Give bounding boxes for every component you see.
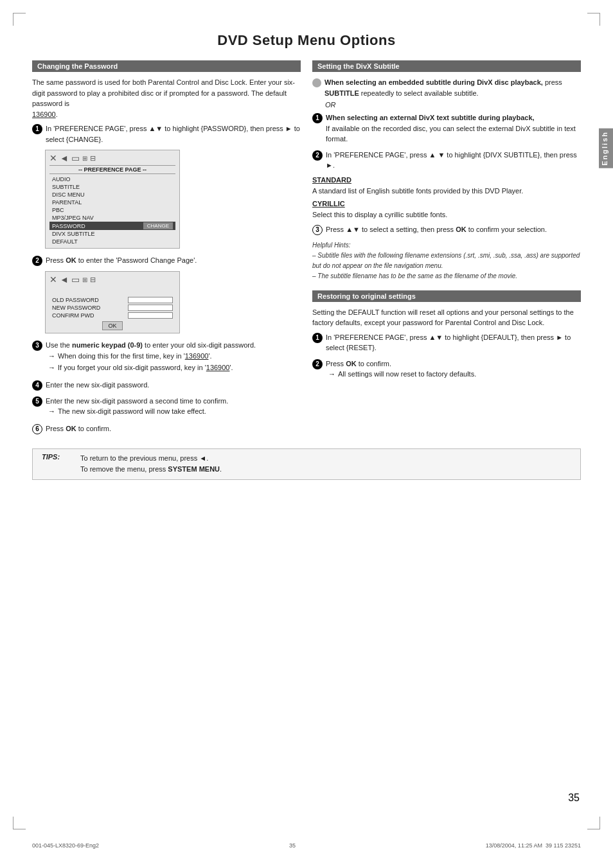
step-5-number: 5 [32,396,42,407]
helpful-hints-line2: – The subtitle filename has to be the sa… [312,271,581,281]
tips-label: TIPS: [42,453,67,475]
helpful-hints-label: Helpful Hints: [312,240,581,251]
restore-step-2-sub1-text: All settings will now reset to factory d… [338,369,476,380]
tips-bar: TIPS: To return to the previous menu, pr… [32,448,581,480]
confirm-pwd-input [128,312,173,319]
icon-arrow-2: ◄ [60,274,69,285]
divx-bullet-1: When selecting an embedded subtitle duri… [312,77,581,98]
menu-item-default: DEFAULT [49,238,175,245]
cyrillic-text: Select this to display a cyrillic subtit… [312,209,581,220]
step-3-sub2: → If you forget your old six-digit passw… [46,362,301,373]
step-3-number: 3 [32,341,42,351]
restore-intro: Setting the DEFAULT function will reset … [312,307,581,328]
bullet-icon [312,78,321,87]
password-ref-1: 136900 [185,352,209,360]
footer-center: 35 [289,842,296,849]
icon-display-2: ▭ [71,274,80,285]
menu-item-parental: PARENTAL [49,199,175,206]
arrow-icon-3: → [48,406,55,417]
default-password: 136900 [32,111,56,118]
icon-scissors-2: ✕ [49,274,57,285]
or-text: OR [312,101,581,109]
restore-step-1: 1 In 'PREFERENCE PAGE', press ▲▼ to high… [312,332,581,353]
corner-mark-tr [587,13,600,26]
divx-step-2: 2 In 'PREFERENCE PAGE', press ▲ ▼ to hig… [312,150,581,171]
step-1: 1 In 'PREFERENCE PAGE', press ▲▼ to high… [32,123,301,145]
icon-scissors: ✕ [49,153,57,163]
corner-mark-tl [13,13,26,26]
right-column: Setting the DivX Subtitle When selecting… [312,60,581,386]
restore-step-2-text: Press OK to confirm. [326,360,391,368]
restore-step-2-number: 2 [312,359,323,369]
step-4: 4 Enter the new six-digit password. [32,380,301,391]
tips-line1: To return to the previous menu, press ◄. [80,453,222,465]
section-header-restore: Restoring to original settings [312,290,581,302]
standard-heading: STANDARD [312,176,581,184]
icon-display: ▭ [71,153,80,163]
step-5-sub1-text: The new six-digit password will now take… [58,406,206,417]
icon-logout: ⊟ [90,154,96,163]
step-3-content: Use the numeric keypad (0-9) to enter yo… [46,340,301,375]
arrow-icon-2: → [48,362,55,373]
step-5-sub1: → The new six-digit password will now ta… [46,406,301,417]
cyrillic-heading: CYRILLIC [312,200,581,208]
ok-button-container: OK [49,321,175,330]
password-ref-2: 136900 [206,364,230,371]
main-content: Changing the Password The same password … [32,60,581,439]
divx-step-2-number: 2 [312,150,323,161]
restore-step-2-sub1: → All settings will now reset to factory… [326,369,581,380]
menu-item-pbc: PBC [49,206,175,214]
tips-content: To return to the previous menu, press ◄.… [80,453,222,475]
ok-button: OK [102,321,122,330]
english-tab: English [599,128,613,168]
step-3-text: Use the numeric keypad (0-9) to enter yo… [46,341,256,349]
old-password-input [128,297,173,303]
new-password-label: NEW PASSWORD [52,305,100,311]
helpful-hints-line1: – Subtitle files with the following file… [312,251,581,271]
step-1-number: 1 [32,124,42,134]
new-password-row: NEW PASSWORD [52,305,173,311]
step-5: 5 Enter the new six-digit password a sec… [32,396,301,418]
old-password-label: OLD PASSWORD [52,297,99,303]
icon-grid: ⊞ [82,155,87,162]
section-header-password: Changing the Password [32,60,301,72]
section-header-divx: Setting the DivX Subtitle [312,60,581,72]
confirm-pwd-row: CONFIRM PWD [52,312,173,319]
menu-item-audio: AUDIO [49,175,175,183]
menu-item-divx-subtitle: DIVX SUBTITLE [49,230,175,238]
new-password-input [128,305,173,311]
corner-mark-bl [13,817,26,829]
spacer [49,287,175,296]
restore-step-2: 2 Press OK to confirm. → All settings wi… [312,359,581,381]
old-password-row: OLD PASSWORD [52,297,173,303]
footer-left: 001-045-LX8320-69-Eng2 [32,842,99,849]
divx-bullet-1-text: When selecting an embedded subtitle duri… [324,77,581,98]
pwd-menu-icons: ✕ ◄ ▭ ⊞ ⊟ [49,274,175,285]
divx-step-3-number: 3 [312,225,323,235]
divx-step-1-number: 1 [312,113,323,123]
step-2: 2 Press OK to enter the 'Password Change… [32,255,301,266]
menu-item-subtitle: SUBTITLE [49,183,175,191]
step-2-text: Press OK to enter the 'Password Change P… [46,255,301,266]
corner-mark-br [587,817,600,829]
icon-logout-2: ⊟ [90,276,96,284]
divx-step-1: 1 When selecting an external DivX text s… [312,112,581,145]
step-2-number: 2 [32,256,42,266]
step-5-text: Enter the new six-digit password a secon… [46,397,228,405]
divx-step-1-text: When selecting an external DivX text sub… [326,112,581,145]
divx-step-2-text: In 'PREFERENCE PAGE', press ▲ ▼ to highl… [326,150,581,171]
step-4-number: 4 [32,380,42,391]
arrow-icon-4: → [328,369,335,380]
step-5-content: Enter the new six-digit password a secon… [46,396,301,418]
step-3: 3 Use the numeric keypad (0-9) to enter … [32,340,301,375]
tips-line2: To remove the menu, press SYSTEM MENU. [80,464,222,475]
step-4-text: Enter the new six-digit password. [46,380,301,391]
menu-item-disc-menu: DISC MENU [49,191,175,199]
restore-step-2-content: Press OK to confirm. → All settings will… [326,359,581,381]
icon-arrow: ◄ [60,153,69,163]
preference-page-screenshot: ✕ ◄ ▭ ⊞ ⊟ -- PREFERENCE PAGE -- AUDIO SU… [45,150,180,249]
menu-item-password: PASSWORD CHANGE [49,222,175,230]
step-3-sub1: → When doing this for the first time, ke… [46,351,301,362]
helpful-hints: Helpful Hints: – Subtitle files with the… [312,240,581,281]
step-6: 6 Press OK to confirm. [32,423,301,434]
